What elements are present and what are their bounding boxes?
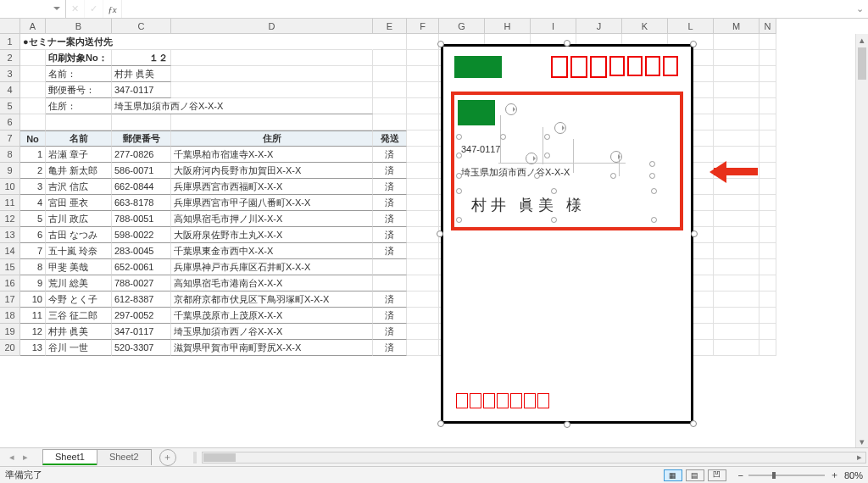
column-headers[interactable]: ABCDEFGHIJKLMN — [20, 19, 776, 34]
col-header-D[interactable]: D — [171, 19, 373, 34]
cell[interactable] — [439, 243, 485, 259]
cell[interactable] — [714, 66, 760, 82]
form-no-label[interactable]: 印刷対象No： — [46, 50, 112, 66]
td-zip[interactable]: 652-0061 — [112, 259, 171, 275]
title-cell[interactable]: ●セミナー案内送付先 — [20, 34, 373, 50]
scroll-up-icon[interactable]: ▴ — [856, 34, 868, 46]
col-header-G[interactable]: G — [439, 19, 485, 34]
cell[interactable] — [760, 66, 776, 82]
cell[interactable] — [760, 340, 776, 356]
td-no[interactable]: 11 — [20, 308, 46, 324]
cell[interactable] — [373, 66, 407, 82]
form-addr-value[interactable]: 埼玉県加須市西ノ谷X-X-X — [112, 98, 373, 114]
col-header-J[interactable]: J — [576, 19, 622, 34]
td-name[interactable]: 亀井 新太郎 — [46, 163, 112, 179]
worksheet-grid[interactable]: ABCDEFGHIJKLMN 1234567891011121314151617… — [0, 19, 868, 447]
cell[interactable] — [373, 34, 407, 50]
cell[interactable] — [407, 259, 439, 275]
td-no[interactable]: 4 — [20, 195, 46, 211]
td-no[interactable]: 8 — [20, 259, 46, 275]
cell[interactable] — [760, 211, 776, 227]
cell[interactable] — [760, 50, 776, 66]
cell[interactable] — [668, 34, 714, 50]
cell[interactable] — [439, 195, 485, 211]
cell[interactable] — [622, 98, 668, 114]
cell[interactable] — [668, 259, 714, 275]
cell[interactable] — [531, 34, 576, 50]
cell[interactable] — [576, 179, 622, 195]
cell[interactable] — [20, 114, 46, 130]
horizontal-scrollbar[interactable]: ◂ ▸ — [202, 452, 866, 464]
cell[interactable] — [622, 259, 668, 275]
cell[interactable] — [407, 130, 439, 147]
row-header[interactable]: 8 — [0, 147, 20, 163]
row-header[interactable]: 6 — [0, 114, 20, 130]
cell[interactable] — [407, 66, 439, 82]
cell[interactable] — [576, 243, 622, 259]
cell[interactable] — [576, 66, 622, 82]
td-addr[interactable]: 埼玉県加須市西ノ谷X-X-X — [171, 324, 373, 340]
vertical-scrollbar[interactable]: ▴ ▾ — [855, 34, 868, 447]
cell[interactable] — [760, 308, 776, 324]
td-addr[interactable]: 千葉県茂原市上茂原X-X-X — [171, 308, 373, 324]
td-name[interactable]: 甲斐 美哉 — [46, 259, 112, 275]
cell[interactable] — [531, 227, 576, 243]
col-header-C[interactable]: C — [112, 19, 171, 34]
td-zip[interactable]: 612-8387 — [112, 291, 171, 308]
cell[interactable] — [531, 82, 576, 98]
view-pagebreak-icon[interactable]: 凹 — [708, 469, 726, 481]
cell[interactable] — [485, 291, 531, 308]
cell[interactable] — [439, 211, 485, 227]
td-sent[interactable]: 済 — [373, 243, 407, 259]
fx-icon[interactable]: ƒx — [103, 0, 122, 18]
cell[interactable] — [171, 114, 373, 130]
cell[interactable] — [373, 114, 407, 130]
td-name[interactable]: 古川 政広 — [46, 211, 112, 227]
formula-expand-icon[interactable]: ⌄ — [851, 0, 868, 18]
cell[interactable] — [531, 324, 576, 340]
td-sent[interactable]: 済 — [373, 211, 407, 227]
td-zip[interactable]: 598-0022 — [112, 227, 171, 243]
td-sent[interactable]: 済 — [373, 308, 407, 324]
row-header[interactable]: 4 — [0, 82, 20, 98]
form-name-value[interactable]: 村井 眞美 — [112, 66, 171, 82]
cell[interactable] — [622, 291, 668, 308]
cell[interactable] — [439, 179, 485, 195]
cell[interactable] — [531, 340, 576, 356]
cell[interactable] — [760, 227, 776, 243]
row-header[interactable]: 12 — [0, 211, 20, 227]
cell[interactable] — [714, 227, 760, 243]
cell[interactable] — [622, 130, 668, 147]
form-addr-label[interactable]: 住所： — [46, 98, 112, 114]
cell[interactable] — [760, 179, 776, 195]
cell[interactable] — [622, 114, 668, 130]
td-addr[interactable]: 大阪府泉佐野市土丸X-X-X — [171, 227, 373, 243]
cell[interactable] — [439, 147, 485, 163]
cell[interactable] — [622, 324, 668, 340]
td-sent[interactable] — [373, 259, 407, 275]
td-sent[interactable]: 済 — [373, 179, 407, 195]
cells-area[interactable]: ●セミナー案内送付先印刷対象No：１２名前：村井 眞美郵便番号：347-0117… — [20, 34, 776, 356]
cell[interactable] — [20, 98, 46, 114]
row-header[interactable]: 3 — [0, 66, 20, 82]
td-no[interactable]: 12 — [20, 324, 46, 340]
cell[interactable] — [373, 50, 407, 66]
col-header-M[interactable]: M — [714, 19, 760, 34]
cell[interactable] — [485, 114, 531, 130]
td-name[interactable]: 三谷 征二郎 — [46, 308, 112, 324]
cell[interactable] — [576, 324, 622, 340]
cell[interactable] — [531, 275, 576, 291]
td-sent[interactable]: 済 — [373, 340, 407, 356]
td-addr[interactable]: 兵庫県西宮市甲子園八番町X-X-X — [171, 195, 373, 211]
cell[interactable] — [668, 275, 714, 291]
td-zip[interactable]: 788-0051 — [112, 211, 171, 227]
td-no[interactable]: 3 — [20, 179, 46, 195]
row-header[interactable]: 11 — [0, 195, 20, 211]
cell[interactable] — [407, 275, 439, 291]
sheet-tab-sheet2[interactable]: Sheet2 — [97, 449, 152, 465]
scroll-thumb[interactable] — [203, 453, 236, 462]
scroll-thumb[interactable] — [858, 47, 866, 80]
cell[interactable] — [622, 227, 668, 243]
cell[interactable] — [668, 66, 714, 82]
cell[interactable] — [714, 50, 760, 66]
